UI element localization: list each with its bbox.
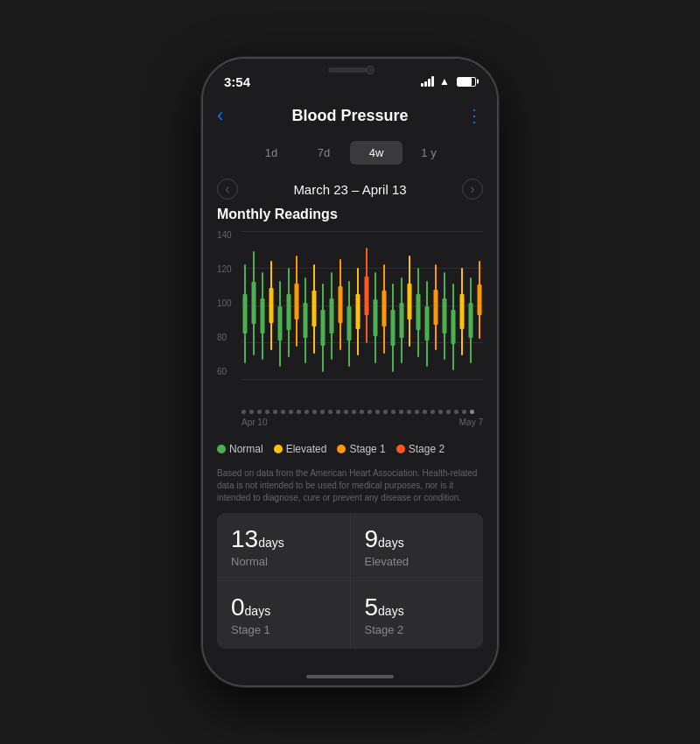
- home-indicator: [306, 675, 394, 678]
- wifi-icon: ▲: [439, 75, 450, 88]
- timeline-dot: [352, 410, 356, 414]
- camera: [366, 66, 374, 74]
- stat-stage1-number: 0: [231, 593, 245, 621]
- timeline-dot: [281, 410, 285, 414]
- candle-body: [364, 277, 368, 315]
- candle-body: [468, 303, 472, 337]
- legend-elevated: Elevated: [274, 443, 327, 455]
- timeline-dot: [462, 410, 466, 414]
- candle-body: [286, 294, 290, 330]
- timeline-dot: [415, 410, 419, 414]
- stat-normal-value: 13days: [231, 525, 336, 553]
- legend-label-stage2: Stage 2: [409, 443, 444, 455]
- timeline-dot: [344, 410, 348, 414]
- candle-body: [382, 291, 386, 326]
- candle-group: [285, 231, 292, 380]
- candle-body: [408, 284, 412, 320]
- y-axis-labels: 140 120 100 80 60: [217, 231, 232, 380]
- stat-stage1-label: Stage 1: [231, 623, 336, 636]
- y-label-120: 120: [217, 265, 232, 274]
- legend-dot-normal: [217, 445, 226, 453]
- page-title: Blood Pressure: [291, 107, 408, 125]
- candle-body: [339, 286, 343, 323]
- chart-section: Monthly Readings 140 120 100 80 60: [203, 207, 497, 434]
- legend-label-elevated: Elevated: [286, 443, 327, 455]
- stat-stage2-unit: days: [378, 604, 404, 618]
- stat-stage1: 0days Stage 1: [217, 581, 350, 649]
- nav-bar: ‹ Blood Pressure ⋮: [203, 97, 497, 134]
- stat-stage1-unit: days: [245, 604, 271, 618]
- candle-body: [277, 306, 282, 340]
- timeline-dot: [375, 410, 380, 414]
- candle-body: [347, 306, 352, 340]
- next-date-button[interactable]: ›: [462, 179, 483, 200]
- back-button[interactable]: ‹: [217, 104, 243, 127]
- timeline-dot: [242, 410, 246, 414]
- candle-body: [355, 294, 360, 329]
- stat-normal-number: 13: [231, 525, 258, 552]
- tab-1y[interactable]: 1 y: [402, 141, 455, 165]
- stat-elevated-value: 9days: [365, 525, 470, 553]
- notch: [298, 59, 402, 83]
- candle-group: [415, 231, 422, 380]
- legend-dot-elevated: [274, 445, 283, 453]
- legend-normal: Normal: [217, 443, 263, 455]
- legend-dot-stage1: [337, 445, 346, 453]
- timeline-dot: [430, 410, 435, 414]
- tab-1d[interactable]: 1d: [245, 141, 298, 165]
- stat-elevated-unit: days: [378, 536, 404, 550]
- candle-group: [250, 231, 257, 380]
- candle-group: [398, 231, 405, 380]
- candle-body: [399, 303, 403, 337]
- stat-elevated-label: Elevated: [365, 555, 470, 568]
- candle-group: [294, 231, 301, 380]
- candle-group: [476, 231, 483, 380]
- timeline-dot: [383, 410, 388, 414]
- candle-body: [304, 303, 308, 337]
- timeline-dot: [297, 410, 301, 414]
- timeline-dot: [312, 410, 317, 414]
- tab-7d[interactable]: 7d: [298, 141, 350, 165]
- tab-4w[interactable]: 4w: [350, 141, 402, 165]
- timeline-dot: [368, 410, 372, 414]
- candle-body: [251, 282, 256, 324]
- candle-group: [389, 231, 396, 380]
- candle-group: [311, 231, 318, 380]
- timeline-dot: [423, 410, 427, 414]
- candle-group: [302, 231, 309, 380]
- candle-body: [477, 284, 481, 316]
- candle-group: [372, 231, 379, 380]
- candle-body: [434, 290, 438, 324]
- candle-group: [381, 231, 388, 380]
- phone-screen: 3:54 ▲ ‹ Blood Pressure ⋮: [203, 59, 497, 685]
- candle-group: [268, 231, 275, 380]
- stat-stage2: 5days Stage 2: [351, 581, 484, 649]
- candle-group: [432, 231, 439, 380]
- prev-date-button[interactable]: ‹: [217, 179, 238, 200]
- timeline-dots: [242, 410, 483, 414]
- candle-group: [458, 231, 466, 380]
- stat-normal: 13days Normal: [217, 513, 350, 580]
- timeline-dot: [249, 410, 254, 414]
- timeline-dot: [399, 410, 403, 414]
- candle-group: [424, 231, 430, 380]
- stat-elevated: 9days Elevated: [351, 513, 484, 580]
- candle-body: [373, 299, 377, 336]
- stat-normal-unit: days: [258, 536, 284, 550]
- timeline-dot: [320, 410, 325, 414]
- scrollable-content[interactable]: 1d 7d 4w 1 y ‹ March 23 – April 13 › Mon…: [203, 134, 497, 684]
- timeline-dot: [438, 410, 443, 414]
- candle-group: [441, 231, 448, 380]
- y-label-100: 100: [217, 299, 232, 308]
- more-button[interactable]: ⋮: [457, 105, 483, 126]
- candle-body: [416, 294, 421, 330]
- candle-group: [259, 231, 266, 380]
- signal-icon: [421, 76, 434, 87]
- timeline-dot: [407, 410, 411, 414]
- y-label-140: 140: [217, 231, 232, 240]
- timeline-dot: [273, 410, 277, 414]
- timeline-dot: [391, 410, 396, 414]
- candle-body: [460, 294, 465, 329]
- candle-group: [354, 231, 361, 380]
- timeline-dot: [470, 410, 474, 414]
